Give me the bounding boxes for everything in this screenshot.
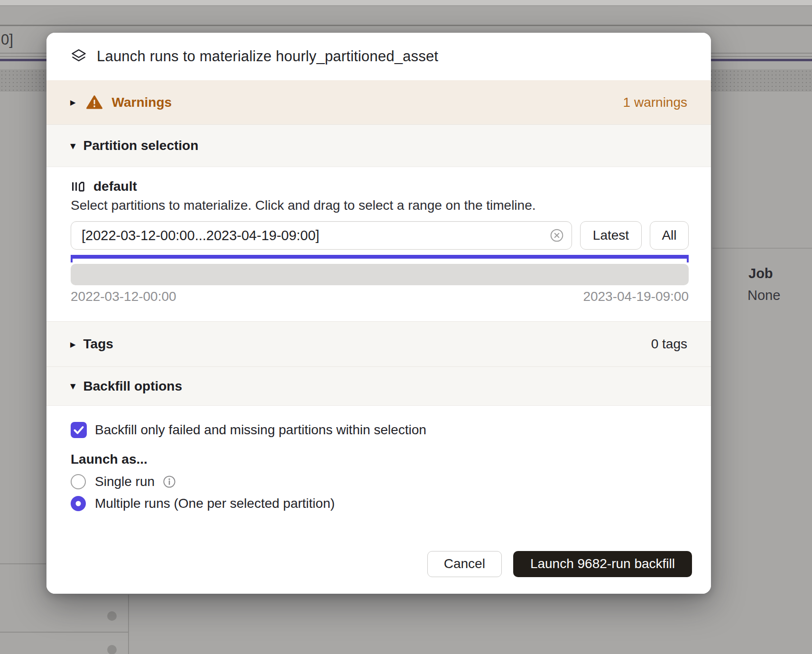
caret-right-icon <box>70 339 76 350</box>
multiple-runs-option-row: Multiple runs (One per selected partitio… <box>71 496 689 511</box>
caret-down-icon <box>70 140 76 151</box>
background-divider <box>712 248 812 249</box>
partition-dimension-row: default <box>71 179 689 194</box>
background-row-divider <box>0 632 128 633</box>
timeline-selection-range-bar[interactable] <box>71 255 689 262</box>
caret-right-icon <box>70 97 76 108</box>
timeline-start-label: 2022-03-12-00:00 <box>71 289 176 304</box>
single-run-option-row: Single run <box>71 474 689 489</box>
tags-section-header[interactable]: Tags 0 tags <box>46 321 711 366</box>
multiple-runs-radio[interactable] <box>71 496 86 511</box>
info-circle-icon <box>163 475 176 488</box>
partition-set-icon <box>71 179 85 194</box>
single-run-info-button[interactable] <box>163 475 176 488</box>
warnings-label: Warnings <box>112 95 172 110</box>
partition-selection-section-header[interactable]: Partition selection <box>46 124 711 167</box>
multiple-runs-label: Multiple runs (One per selected partitio… <box>95 496 335 511</box>
backfill-options-title: Backfill options <box>83 379 182 394</box>
launch-backfill-dialog: Launch runs to materialize hourly_partit… <box>46 33 711 594</box>
warnings-count-badge: 1 warnings <box>623 95 687 110</box>
tags-count-badge: 0 tags <box>651 336 687 352</box>
tags-title: Tags <box>83 336 113 352</box>
layers-icon <box>70 48 87 65</box>
caret-down-icon <box>70 381 76 392</box>
checkmark-icon <box>71 422 87 438</box>
timeline-end-label: 2023-04-19-09:00 <box>583 289 689 304</box>
latest-button[interactable]: Latest <box>580 221 642 250</box>
warnings-section-header[interactable]: Warnings 1 warnings <box>46 80 711 124</box>
single-run-radio[interactable] <box>71 474 86 489</box>
background-top-band <box>0 0 812 6</box>
circle-x-icon <box>550 228 564 243</box>
warning-triangle-icon <box>86 95 102 110</box>
background-clipped-text: 0] <box>1 31 13 48</box>
backfill-only-failed-checkbox[interactable] <box>71 422 87 438</box>
partition-range-input-wrap <box>71 221 572 250</box>
partition-selection-description: Select partitions to materialize. Click … <box>71 197 689 214</box>
background-row-divider <box>0 563 46 564</box>
cancel-button[interactable]: Cancel <box>427 551 502 577</box>
background-column-divider <box>128 595 129 654</box>
single-run-label: Single run <box>95 474 155 489</box>
partition-selection-content: default Select partitions to materialize… <box>46 167 711 321</box>
background-divider <box>0 25 812 26</box>
timeline-date-labels: 2022-03-12-00:00 2023-04-19-09:00 <box>71 289 689 304</box>
dialog-title: Launch runs to materialize hourly_partit… <box>97 48 438 65</box>
backfill-options-content: Backfill only failed and missing partiti… <box>46 406 711 534</box>
background-job-column-header: Job <box>748 266 773 281</box>
partition-input-row: Latest All <box>71 221 689 250</box>
partition-dimension-name: default <box>93 179 137 194</box>
background-status-dot <box>107 611 117 621</box>
partition-timeline[interactable] <box>71 264 689 285</box>
all-button[interactable]: All <box>650 221 689 250</box>
dialog-footer: Cancel Launch 9682-run backfill <box>46 534 711 594</box>
background-status-dot <box>107 645 117 654</box>
partition-range-input[interactable] <box>71 221 572 250</box>
dialog-header: Launch runs to materialize hourly_partit… <box>46 33 711 80</box>
launch-backfill-button[interactable]: Launch 9682-run backfill <box>513 551 692 577</box>
backfill-only-failed-row: Backfill only failed and missing partiti… <box>71 422 689 438</box>
launch-as-label: Launch as... <box>71 451 689 467</box>
partition-selection-title: Partition selection <box>83 138 199 153</box>
backfill-options-section-header[interactable]: Backfill options <box>46 366 711 406</box>
background-job-value: None <box>747 288 780 303</box>
clear-input-button[interactable] <box>549 228 564 243</box>
backfill-only-failed-label: Backfill only failed and missing partiti… <box>95 422 426 438</box>
